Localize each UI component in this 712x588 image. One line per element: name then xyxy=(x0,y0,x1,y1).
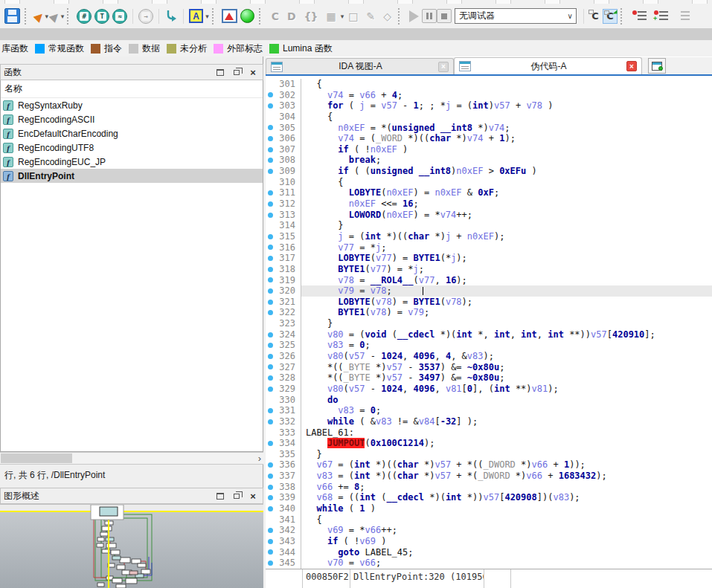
code-text[interactable]: v67 = (int *)((char *)v57 + *((_DWORD *)… xyxy=(301,459,712,471)
code-line[interactable]: 315 j = (int *)((char *)j + n0xEF); xyxy=(266,231,712,242)
breakpoint-gutter[interactable] xyxy=(266,492,275,503)
breakpoint-gutter[interactable] xyxy=(266,307,275,318)
breakpoint-gutter[interactable] xyxy=(266,187,275,198)
code-text[interactable]: { xyxy=(301,177,712,188)
breakpoint-gutter[interactable] xyxy=(266,90,275,101)
code-text[interactable]: } xyxy=(301,318,712,329)
select-region-icon[interactable]: □ xyxy=(348,10,357,22)
debugger-pause-icon[interactable] xyxy=(422,9,437,23)
lumina-icon[interactable] xyxy=(240,9,254,23)
function-list-item[interactable]: fRegEncodingEUC_JP xyxy=(1,155,263,169)
code-text[interactable]: LOWORD(n0xEF) = *v74++; xyxy=(301,210,712,221)
breakpoint-gutter[interactable] xyxy=(266,482,275,493)
code-line[interactable]: 331 v83 = 0; xyxy=(266,405,712,416)
breakpoint-gutter[interactable] xyxy=(266,536,275,547)
code-line[interactable]: 309 if ( (unsigned __int8)n0xEF > 0xEFu … xyxy=(266,166,712,177)
code-text[interactable]: JUMPOUT(0x100C1214); xyxy=(301,438,712,449)
code-text[interactable]: } xyxy=(301,220,712,231)
breakpoint-gutter[interactable] xyxy=(266,253,275,264)
code-text[interactable]: while ( 1 ) xyxy=(301,503,712,514)
code-line[interactable]: 318 BYTE1(v77) = *j; xyxy=(266,264,712,275)
code-line[interactable]: 337 v83 = (int *)((char *)v57 + *(_DWORD… xyxy=(266,471,712,482)
code-text[interactable]: BYTE1(v77) = *j; xyxy=(301,264,712,275)
code-text[interactable]: v74 = v66 + 4; xyxy=(301,90,712,101)
text-format-icon[interactable]: T xyxy=(94,9,109,24)
hscrollbar-thumb[interactable] xyxy=(1,453,72,463)
code-line[interactable]: 307 if ( !n0xEF ) xyxy=(266,144,712,155)
breakpoint-gutter[interactable] xyxy=(266,100,275,112)
code-text[interactable]: BYTE1(v78) = v79; xyxy=(301,307,712,318)
code-line[interactable]: 313 LOWORD(n0xEF) = *v74++; xyxy=(266,210,712,221)
function-list-item[interactable]: fRegSyntaxRuby xyxy=(1,98,263,112)
code-text[interactable]: v78 = __ROL4__(v77, 16); xyxy=(301,275,712,286)
breakpoint-gutter[interactable] xyxy=(266,525,275,536)
code-line[interactable]: 311 LOBYTE(n0xEF) = n0xEF & 0xF; xyxy=(266,187,712,198)
code-line[interactable]: 344 goto LABEL_45; xyxy=(266,547,712,558)
string-format-icon[interactable]: ≈ xyxy=(112,9,127,24)
breakpoint-gutter[interactable] xyxy=(266,340,275,351)
breakpoint-gutter[interactable] xyxy=(266,297,275,308)
close-icon[interactable]: × xyxy=(246,66,260,78)
breakpoint-list-icon[interactable] xyxy=(632,10,647,22)
code-text[interactable]: v70 = v66; xyxy=(301,558,712,569)
breakpoint-gutter[interactable] xyxy=(266,514,275,526)
breakpoint-gutter[interactable] xyxy=(266,285,275,297)
code-text[interactable]: v66 += 8; xyxy=(301,482,712,493)
maximize-icon[interactable] xyxy=(214,490,227,502)
code-line[interactable]: 325 v83 = 0; xyxy=(266,340,712,351)
code-line[interactable]: 326 v80(v57 - 1024, 4096, 4, &v83); xyxy=(266,351,712,362)
breakpoint-gutter[interactable] xyxy=(266,133,275,144)
code-line[interactable]: 323 } xyxy=(266,318,712,329)
breakpoint-gutter[interactable] xyxy=(266,351,275,362)
breakpoint-gutter[interactable] xyxy=(266,242,275,253)
code-line[interactable]: 340 while ( 1 ) xyxy=(266,503,712,514)
close-icon[interactable]: × xyxy=(246,490,260,502)
code-line[interactable]: 302 v74 = v66 + 4; xyxy=(266,90,712,101)
code-text[interactable]: v79 = v78; xyxy=(301,285,712,297)
code-text[interactable]: break; xyxy=(301,155,712,166)
graph-overview-thumbnail[interactable] xyxy=(0,504,263,588)
navigation-band[interactable] xyxy=(0,28,712,40)
make-array-icon[interactable]: ▦ xyxy=(327,10,336,22)
code-line[interactable]: 338 v66 += 8; xyxy=(266,482,712,493)
code-text[interactable]: v83 = 0; xyxy=(301,340,712,351)
code-line[interactable]: 332 while ( &v83 != &v84[-32] ); xyxy=(266,416,712,427)
ascii-string-icon[interactable]: A xyxy=(189,9,203,23)
breakpoint-gutter[interactable] xyxy=(266,372,275,384)
breakpoint-gutter[interactable] xyxy=(266,177,275,188)
jump-address-icon[interactable] xyxy=(164,10,178,23)
code-text[interactable]: do xyxy=(301,395,712,406)
function-list-item[interactable]: fRegEncodingUTF8 xyxy=(1,140,263,155)
code-line[interactable]: 304 { xyxy=(266,112,712,123)
tab-ida-view-a[interactable]: IDA 视图-A × xyxy=(266,58,454,74)
breakpoint-gutter[interactable] xyxy=(266,384,275,395)
code-line[interactable]: 305 n0xEF = *(unsigned __int8 *)v74; xyxy=(266,123,712,134)
code-line[interactable]: 328 *((_BYTE *)v57 - 3497) &= ~0x80u; xyxy=(266,372,712,384)
add-breakpoint-icon[interactable]: + xyxy=(654,10,668,22)
breakpoint-gutter[interactable] xyxy=(266,231,275,242)
breakpoint-gutter[interactable] xyxy=(266,79,275,90)
code-text[interactable]: { xyxy=(301,79,712,90)
debugger-start-icon[interactable] xyxy=(409,10,419,22)
c-pseudocode-icon[interactable]: C xyxy=(603,9,618,24)
hscrollbar-right-arrow[interactable]: › xyxy=(258,453,261,464)
functions-hscrollbar[interactable]: › xyxy=(0,452,263,465)
breakpoint-gutter[interactable] xyxy=(266,166,275,177)
breakpoint-gutter[interactable] xyxy=(266,144,275,155)
code-line[interactable]: 324 v80 = (void (__cdecl *)(int *, int, … xyxy=(266,329,712,340)
functions-column-header[interactable]: 名称 xyxy=(1,80,263,98)
code-line[interactable]: 306 v74 = (_WORD *)((char *)v74 + 1); xyxy=(266,133,712,144)
code-text[interactable]: { xyxy=(301,112,712,123)
make-struct-icon[interactable]: {} xyxy=(304,10,318,22)
breakpoint-gutter[interactable] xyxy=(266,449,275,460)
window-list-icon[interactable] xyxy=(648,58,666,74)
code-text[interactable]: v69 = *v66++; xyxy=(301,525,712,536)
code-line[interactable]: 327 *((_BYTE *)v57 - 3537) &= ~0x80u; xyxy=(266,362,712,373)
code-line[interactable]: 333LABEL_61: xyxy=(266,427,712,439)
edit-icon[interactable]: ✎ xyxy=(367,10,375,22)
code-line[interactable]: 312 n0xEF <<= 16; xyxy=(266,198,712,210)
breakpoint-disabled-icon[interactable] xyxy=(676,10,690,22)
code-line[interactable]: 317 LOBYTE(v77) = BYTE1(*j); xyxy=(266,253,712,264)
code-text[interactable]: while ( &v83 != &v84[-32] ); xyxy=(301,416,712,427)
code-text[interactable]: for ( j = v57 - 1; ; *j = (int)v57 + v78… xyxy=(301,100,712,112)
